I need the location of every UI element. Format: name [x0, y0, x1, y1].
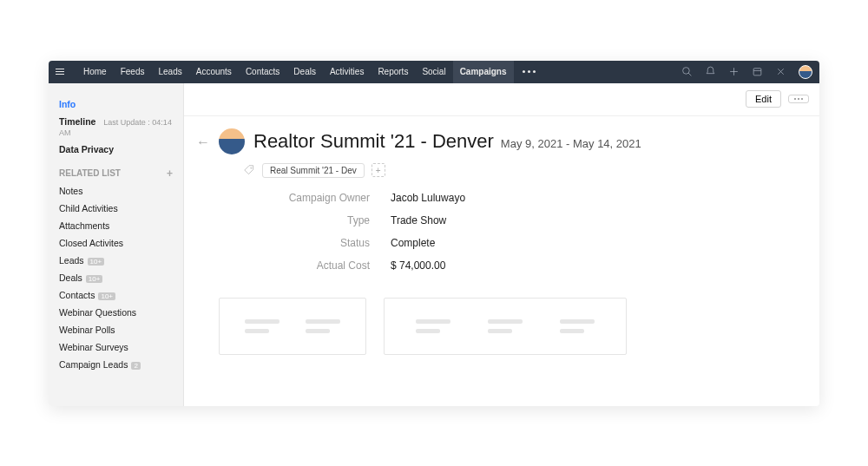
sidebar-item-label: Notes	[59, 186, 82, 196]
sidebar-item-label: Contacts	[59, 290, 95, 300]
field-type-value: Trade Show	[391, 214, 799, 226]
svg-point-8	[251, 167, 252, 168]
top-nav: HomeFeedsLeadsAccountsContactsDealsActiv…	[49, 61, 819, 83]
sidebar-item-label: Webinar Questions	[59, 307, 136, 318]
field-type-label: Type	[266, 214, 370, 226]
app-window: HomeFeedsLeadsAccountsContactsDealsActiv…	[49, 61, 819, 406]
sidebar-info[interactable]: Info	[59, 95, 173, 113]
record-avatar	[219, 128, 245, 154]
svg-rect-4	[753, 69, 761, 75]
nav-items: HomeFeedsLeadsAccountsContactsDealsActiv…	[76, 61, 514, 83]
sidebar-item-label: Child Activities	[59, 203, 118, 213]
search-icon[interactable]	[681, 66, 693, 77]
field-owner-value: Jacob Luluwayo	[391, 192, 799, 204]
nav-item-social[interactable]: Social	[415, 61, 452, 83]
page-title: Realtor Summit '21 - Denver	[253, 130, 494, 153]
field-status-value: Complete	[391, 237, 799, 249]
nav-item-leads[interactable]: Leads	[151, 61, 188, 83]
sidebar-item-webinar-questions[interactable]: Webinar Questions	[59, 304, 173, 321]
nav-item-reports[interactable]: Reports	[371, 61, 415, 83]
count-badge: 10+	[98, 292, 115, 300]
sidebar-item-label: Closed Activites	[59, 238, 123, 248]
sidebar-item-webinar-polls[interactable]: Webinar Polls	[59, 321, 173, 338]
sidebar-item-campaign-leads[interactable]: Campaign Leads2	[59, 356, 173, 373]
sidebar-item-label: Webinar Surveys	[59, 342, 128, 352]
nav-item-accounts[interactable]: Accounts	[189, 61, 239, 83]
user-avatar-icon[interactable]	[799, 65, 812, 79]
record-tag[interactable]: Real Summit '21 - Dev	[262, 163, 365, 178]
count-badge: 10+	[88, 258, 105, 266]
main-panel: Edit ← Realtor Summit '21 - Denver May 9…	[184, 83, 819, 406]
sidebar-item-attachments[interactable]: Attachments	[59, 217, 173, 234]
plus-icon[interactable]	[728, 66, 740, 77]
edit-button[interactable]: Edit	[746, 90, 781, 108]
sidebar-timeline[interactable]: Timeline Last Update : 04:14 AM	[59, 113, 173, 141]
nav-item-home[interactable]: Home	[76, 61, 114, 83]
add-tag-button[interactable]: +	[372, 163, 385, 177]
nav-item-feeds[interactable]: Feeds	[114, 61, 152, 83]
svg-line-1	[688, 73, 691, 75]
sidebar-related-header-label: RELATED LIST	[59, 168, 121, 178]
sidebar-item-closed-activites[interactable]: Closed Activites	[59, 234, 173, 252]
record-fields: Campaign Owner Jacob Luluwayo Type Trade…	[266, 192, 799, 272]
nav-right-icons	[681, 65, 812, 79]
date-range: May 9, 2021 - May 14, 2021	[501, 137, 641, 150]
sidebar-item-label: Webinar Polls	[59, 325, 115, 335]
count-badge: 10+	[86, 275, 103, 283]
sidebar-timeline-label: Timeline	[59, 116, 95, 127]
nav-item-contacts[interactable]: Contacts	[239, 61, 286, 83]
sidebar-item-label: Deals	[59, 272, 82, 283]
sidebar-item-leads[interactable]: Leads10+	[59, 252, 173, 269]
hamburger-icon[interactable]	[56, 69, 68, 75]
count-badge: 2	[131, 362, 140, 370]
tools-icon[interactable]	[775, 66, 786, 77]
more-menu-icon[interactable]	[523, 70, 536, 73]
back-arrow-icon[interactable]: ←	[196, 135, 210, 150]
field-owner-label: Campaign Owner	[266, 192, 370, 204]
sidebar-item-label: Campaign Leads	[59, 359, 128, 370]
field-cost-value: $ 74,000.00	[391, 259, 799, 272]
sidebar-item-label: Attachments	[59, 220, 109, 231]
more-actions-button[interactable]	[788, 95, 809, 103]
field-status-label: Status	[266, 237, 370, 249]
record-content: ← Realtor Summit '21 - Denver May 9, 202…	[184, 116, 819, 406]
add-related-icon[interactable]: +	[167, 167, 173, 180]
svg-point-0	[683, 68, 690, 75]
sidebar-data-privacy[interactable]: Data Privacy	[59, 141, 173, 158]
sidebar-item-webinar-surveys[interactable]: Webinar Surveys	[59, 338, 173, 356]
record-toolbar: Edit	[184, 83, 819, 116]
sidebar-item-child-activities[interactable]: Child Activities	[59, 200, 173, 217]
sidebar-item-contacts[interactable]: Contacts10+	[59, 286, 173, 304]
calendar-icon[interactable]	[752, 66, 763, 77]
tag-icon	[243, 164, 255, 176]
sidebar-item-label: Leads	[59, 255, 84, 266]
field-cost-label: Actual Cost	[266, 259, 370, 272]
nav-item-deals[interactable]: Deals	[286, 61, 323, 83]
placeholder-card	[219, 298, 366, 355]
sidebar-item-notes[interactable]: Notes	[59, 182, 173, 200]
sidebar: Info Timeline Last Update : 04:14 AM Dat…	[49, 83, 184, 406]
bell-icon[interactable]	[705, 66, 716, 77]
nav-item-campaigns[interactable]: Campaigns	[453, 61, 514, 83]
placeholder-card	[384, 298, 627, 355]
nav-item-activities[interactable]: Activities	[323, 61, 371, 83]
placeholder-cards	[219, 298, 799, 355]
sidebar-related-header: RELATED LIST +	[59, 165, 173, 182]
sidebar-item-deals[interactable]: Deals10+	[59, 269, 173, 286]
